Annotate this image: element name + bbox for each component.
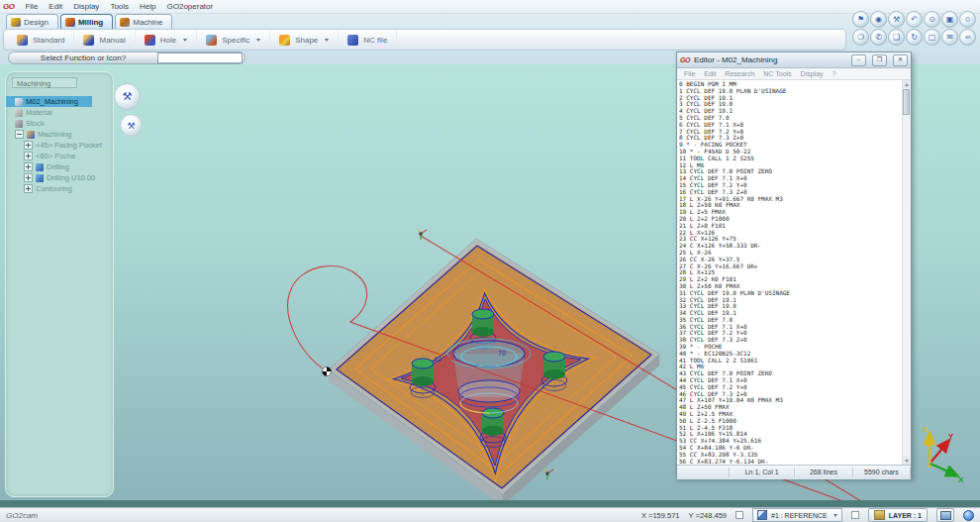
nc-code-text[interactable]: 0 BEGIN PGM 1 MM 1 CYCL DEF 19.0 PLAN D'…: [677, 80, 911, 465]
menu-edit[interactable]: Edit: [49, 2, 62, 11]
mail-icon[interactable]: ✉: [941, 29, 958, 46]
scroll-down-icon[interactable]: [903, 457, 910, 465]
menu-help[interactable]: Help: [140, 2, 155, 11]
dropdown-arrow-icon[interactable]: [325, 39, 329, 42]
specific-button[interactable]: Specific: [197, 31, 270, 49]
origin-marker: [323, 367, 332, 376]
editor-menubar: File Edit Research NC Tools Display ?: [677, 68, 911, 80]
tree-item-contouring[interactable]: Contouring: [6, 183, 113, 194]
editor-menu-research[interactable]: Research: [725, 70, 754, 77]
eye-icon[interactable]: ◉: [870, 11, 887, 28]
machining-icon: [27, 131, 35, 139]
app-logo: GO: [3, 2, 14, 11]
tab-machine[interactable]: Machine: [115, 14, 172, 30]
axis-triad: Z Y X: [923, 425, 964, 484]
scroll-up-icon[interactable]: [903, 80, 910, 88]
help-icon[interactable]: [963, 510, 974, 521]
tree-item-material[interactable]: Material: [6, 107, 113, 118]
manual-icon: [83, 35, 94, 46]
menu-display[interactable]: Display: [73, 2, 99, 11]
tab-milling[interactable]: Milling: [60, 14, 113, 30]
menu-tools[interactable]: Tools: [110, 2, 129, 11]
dropdown-arrow-icon[interactable]: [256, 39, 260, 42]
expand-expander-icon[interactable]: [24, 184, 33, 193]
plane-checkbox[interactable]: [735, 511, 743, 519]
shape-icon: [279, 35, 290, 46]
user-icon[interactable]: ☺: [959, 11, 976, 28]
expand-expander-icon[interactable]: [24, 152, 33, 160]
tool-marker-bottom: [544, 469, 553, 479]
tree-item-drilling-u10[interactable]: Drilling U10.00: [6, 172, 113, 183]
editor-menu-display[interactable]: Display: [801, 70, 824, 77]
editor-title: Editor - M02_Machining: [694, 55, 845, 64]
editor-menu-help[interactable]: ?: [833, 70, 836, 77]
stock-icon: [15, 120, 23, 128]
editor-statusbar: Ln 1, Col 1 268 lines 5590 chars: [677, 465, 911, 479]
nc-file-button[interactable]: NC file: [339, 31, 397, 49]
expand-expander-icon[interactable]: [24, 162, 33, 171]
reference-plane-dropdown[interactable]: #1 : REFERENCE: [752, 508, 842, 522]
minimize-button[interactable]: ‒: [851, 54, 866, 66]
viewport-bottom-edge: [0, 500, 980, 507]
milling-tool-sphere-button-small[interactable]: ⚒: [120, 114, 143, 137]
milling-toolbar: Standard Manual Hole Specific Shape NC f…: [3, 29, 846, 51]
tree-item-facing-pocket[interactable]: <45> Facing Pocket: [6, 140, 113, 151]
window-icon[interactable]: ▢: [924, 29, 940, 46]
book-icon[interactable]: ❏: [888, 29, 905, 46]
mill-tool-icon[interactable]: ⚒: [888, 11, 905, 28]
editor-menu-edit[interactable]: Edit: [704, 70, 716, 77]
dim-label-10: 10: [434, 356, 441, 363]
glasses-icon[interactable]: ∞: [959, 29, 976, 46]
standard-button[interactable]: Standard: [8, 31, 74, 49]
dropdown-arrow-icon[interactable]: [183, 39, 187, 42]
editor-scrollbar[interactable]: [902, 80, 911, 465]
editor-titlebar[interactable]: GO Editor - M02_Machining ‒ ❐ ✕: [677, 52, 911, 68]
undo-icon[interactable]: ↶: [906, 11, 923, 28]
shape-button[interactable]: Shape: [270, 31, 339, 49]
function-search-input[interactable]: [157, 52, 243, 63]
scroll-thumb[interactable]: [903, 89, 910, 115]
function-prompt-label: Select Function or Icon?: [9, 53, 157, 62]
dim-label-70: 70: [498, 350, 506, 357]
tree-item-poche[interactable]: <60> Poche: [6, 151, 113, 161]
flags-icon[interactable]: ⚑: [852, 11, 869, 28]
mill-tool-icon: ⚒: [127, 121, 135, 131]
milling-icon: [65, 18, 75, 27]
tree-item-machining[interactable]: Machining: [6, 129, 113, 140]
tree-item-stock[interactable]: Stock: [6, 118, 113, 129]
axis-y-label: Y: [948, 432, 954, 441]
app-name: GO2cam: [6, 511, 38, 520]
menubar: GO File Edit Display Tools Help GO2opera…: [0, 0, 980, 14]
editor-menu-file[interactable]: File: [684, 70, 695, 77]
function-prompt: Select Function or Icon?: [8, 52, 245, 64]
tab-design[interactable]: Design: [6, 14, 58, 30]
tree-item-program[interactable]: M02_Machining: [6, 96, 92, 107]
viewport-button[interactable]: [936, 508, 954, 522]
expand-expander-icon[interactable]: [24, 173, 33, 182]
nc-editor-window: GO Editor - M02_Machining ‒ ❐ ✕ File Edi…: [676, 52, 912, 477]
menu-file[interactable]: File: [25, 2, 38, 11]
menu-go2operator[interactable]: GO2operator: [167, 2, 214, 11]
sphere-view-icon[interactable]: ❍: [852, 29, 869, 46]
screen-icon[interactable]: ▣: [941, 11, 958, 28]
close-button[interactable]: ✕: [893, 54, 908, 66]
machine-icon: [120, 18, 130, 27]
mode-tabstrip: Design Milling Machine: [6, 14, 172, 30]
milling-tool-sphere-button[interactable]: ⚒: [114, 83, 141, 110]
manual-button[interactable]: Manual: [74, 31, 135, 49]
layer-checkbox[interactable]: [851, 511, 859, 519]
layer-button[interactable]: LAYER : 1: [868, 508, 928, 522]
expand-expander-icon[interactable]: [24, 141, 33, 150]
nc-code-area[interactable]: 0 BEGIN PGM 1 MM 1 CYCL DEF 19.0 PLAN D'…: [677, 80, 911, 465]
nc-file-icon: [347, 35, 358, 46]
hole-button[interactable]: Hole: [136, 31, 197, 49]
collapse-expander-icon[interactable]: [15, 130, 24, 139]
tree-item-drilling[interactable]: Drilling: [6, 161, 113, 172]
sidebar-title: Machining: [12, 77, 77, 88]
zoom-icon[interactable]: ⊙: [924, 11, 940, 28]
cursor-position: Ln 1, Col 1: [729, 468, 794, 477]
maximize-button[interactable]: ❐: [872, 54, 887, 66]
editor-menu-nc-tools[interactable]: NC Tools: [763, 70, 791, 77]
refresh-icon[interactable]: ↻: [906, 29, 923, 46]
phone-icon[interactable]: ✆: [870, 29, 887, 46]
